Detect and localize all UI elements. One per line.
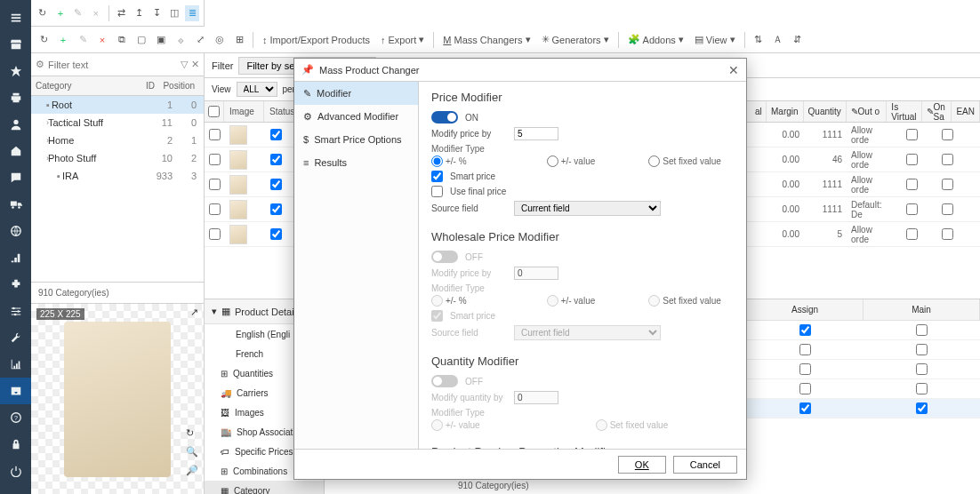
modal-pin-icon[interactable]: 📌 xyxy=(301,64,314,76)
gear-icon[interactable]: ⚙ xyxy=(36,59,44,70)
modal-nav-item[interactable]: $Smart Price Options xyxy=(294,128,418,151)
category-row[interactable]: ›Home21 xyxy=(31,131,204,149)
close-x-icon[interactable]: × xyxy=(89,5,103,21)
view-menu[interactable]: ▤ View ▾ xyxy=(691,34,739,45)
refresh-icon[interactable]: ↻ xyxy=(36,5,50,21)
preview-image xyxy=(64,322,171,477)
table-row[interactable]: 0.001111Allow orde xyxy=(751,123,980,147)
modal-nav-item[interactable]: ⚙Advanced Modifier xyxy=(294,105,418,128)
t4-icon[interactable]: ⤢ xyxy=(192,32,208,48)
refresh3-icon[interactable]: ↻ xyxy=(186,427,198,439)
smart-price-check[interactable] xyxy=(431,171,443,182)
add-icon[interactable]: + xyxy=(53,5,68,21)
import-export-menu[interactable]: ↕ Import/Export Products xyxy=(259,35,374,45)
clear-filter-icon[interactable]: ✕ xyxy=(191,59,199,70)
generators-menu[interactable]: ✳ Generators ▾ xyxy=(538,34,613,45)
tool-c-icon[interactable]: ↧ xyxy=(149,5,164,21)
table-row[interactable]: 0.0046Allow orde xyxy=(751,147,980,172)
t2-icon[interactable]: ▣ xyxy=(153,32,169,48)
wholesale-toggle[interactable] xyxy=(431,251,458,263)
search-icon[interactable]: 🔍 xyxy=(186,446,198,458)
t1-icon[interactable]: ▢ xyxy=(133,32,149,48)
category-row[interactable]: ›Photo Stuff102 xyxy=(31,149,204,167)
category-status: 910 Category(ies) xyxy=(31,282,204,303)
price-modify-input[interactable] xyxy=(514,127,558,140)
edit-icon[interactable]: ✎ xyxy=(71,5,85,21)
help-icon[interactable]: ? xyxy=(0,404,31,431)
select-all-checkbox[interactable] xyxy=(208,106,220,117)
qty-toggle[interactable] xyxy=(431,375,458,387)
chart-icon[interactable] xyxy=(0,351,31,378)
plugin-icon[interactable] xyxy=(0,271,31,298)
t8-icon[interactable]: Ａ xyxy=(770,32,786,48)
filter-icon[interactable]: ▽ xyxy=(181,59,188,70)
col-id[interactable]: ID xyxy=(119,81,155,91)
export-menu[interactable]: ↑ Export ▾ xyxy=(377,34,428,45)
price-r3[interactable] xyxy=(648,155,660,167)
inbox-icon[interactable] xyxy=(0,378,31,404)
tool-a-icon[interactable]: ⇄ xyxy=(115,5,129,21)
category-toolbar-top: ↻ + ✎ × ⇄ ↥ ↧ ◫ ≣ xyxy=(31,0,205,27)
wrench-icon[interactable] xyxy=(0,324,31,351)
zoom-icon[interactable]: 🔎 xyxy=(186,465,198,476)
modal-nav-item[interactable]: ✎Modifier xyxy=(294,82,418,105)
svg-point-4 xyxy=(12,307,15,310)
category-row[interactable]: ▪Root10 xyxy=(31,96,204,114)
mass-changers-menu[interactable]: M Mass Changers ▾ xyxy=(439,34,534,45)
refresh2-icon[interactable]: ↻ xyxy=(36,32,52,48)
category-filter-input[interactable] xyxy=(48,60,177,70)
price-r2[interactable] xyxy=(547,155,558,167)
chat-icon[interactable] xyxy=(0,164,31,191)
modal-close-icon[interactable]: ✕ xyxy=(728,63,739,77)
t5-icon[interactable]: ◎ xyxy=(212,32,228,48)
svg-point-0 xyxy=(13,120,18,124)
category-row[interactable]: ▪IRA9333 xyxy=(31,167,204,185)
price-r1[interactable] xyxy=(431,155,443,167)
print-icon[interactable] xyxy=(0,84,31,111)
main-toolbar: ↻ + ✎ × ⧉ ▢ ▣ ⟐ ⤢ ◎ ⊞ ↕ Import/Export Pr… xyxy=(31,27,980,53)
tool-e-icon[interactable]: ≣ xyxy=(185,5,199,21)
store-icon[interactable] xyxy=(0,31,31,58)
t7-icon[interactable]: ⇅ xyxy=(751,32,767,48)
final-price-check[interactable] xyxy=(431,186,443,197)
sliders-icon[interactable] xyxy=(0,298,31,324)
col-image[interactable]: Image xyxy=(224,101,264,122)
filter-label: Filter xyxy=(212,60,233,71)
table-row[interactable]: 0.005Allow orde xyxy=(751,222,980,247)
tool-d-icon[interactable]: ◫ xyxy=(167,5,181,21)
menu-icon[interactable] xyxy=(0,4,31,31)
globe-icon[interactable] xyxy=(0,218,31,244)
mass-product-changer-modal: 📌 Mass Product Changer ✕ ✎Modifier⚙Advan… xyxy=(293,58,747,480)
user-icon[interactable] xyxy=(0,111,31,138)
col-category[interactable]: Category xyxy=(36,81,119,91)
tool-b-icon[interactable]: ↥ xyxy=(132,5,146,21)
add2-icon[interactable]: + xyxy=(55,32,71,48)
t9-icon[interactable]: ⇵ xyxy=(790,32,806,48)
ok-button[interactable]: OK xyxy=(618,456,666,474)
edit2-icon[interactable]: ✎ xyxy=(75,32,91,48)
delete-icon[interactable]: × xyxy=(94,32,110,48)
col-position[interactable]: Position xyxy=(155,81,199,91)
modal-nav-item[interactable]: ≡Results xyxy=(294,151,418,174)
lock-icon[interactable] xyxy=(0,431,31,458)
price-source-select[interactable]: Current field xyxy=(514,201,661,216)
detail-item[interactable]: ▦Category xyxy=(205,481,324,494)
t3-icon[interactable]: ⟐ xyxy=(173,32,189,48)
category-row[interactable]: ›Tactical Stuff110 xyxy=(31,114,204,131)
truck-icon[interactable] xyxy=(0,191,31,218)
addons-menu[interactable]: 🧩 Addons ▾ xyxy=(624,34,687,45)
star-icon[interactable] xyxy=(0,58,31,84)
stats-icon[interactable] xyxy=(0,244,31,271)
t6-icon[interactable]: ⊞ xyxy=(231,32,247,48)
power-icon[interactable] xyxy=(0,458,31,484)
copy-icon[interactable]: ⧉ xyxy=(114,32,130,48)
product-preview: 225 X 225 ↗ ↻ 🔍 🔎 xyxy=(31,303,204,494)
open-external-icon[interactable]: ↗ xyxy=(190,307,198,318)
home-icon[interactable] xyxy=(0,138,31,164)
cancel-button[interactable]: Cancel xyxy=(673,456,737,474)
page-size-select[interactable]: ALL xyxy=(237,82,277,97)
table-row[interactable]: 0.001111Allow orde xyxy=(751,172,980,197)
table-row[interactable]: 0.001111Default: De xyxy=(751,197,980,222)
price-toggle[interactable] xyxy=(431,111,458,124)
svg-text:?: ? xyxy=(14,415,18,421)
